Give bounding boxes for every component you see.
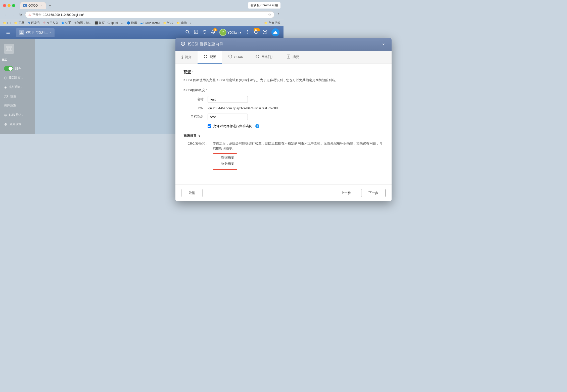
dialog-header: iSCSI 目标创建向导 × — [175, 38, 284, 51]
bookmark-chiphell[interactable]: ⬛ 首页 - Chiphell - ... — [94, 21, 124, 25]
alias-field-row: 目标别名 — [183, 114, 284, 120]
portal-tab-label: 网络门户 — [261, 55, 274, 59]
bookmark-pt[interactable]: 📁 PT — [3, 21, 11, 25]
intro-tab-label: 简介 — [185, 55, 192, 59]
bookmark-more[interactable]: » — [190, 21, 192, 25]
site-icon: 今 — [43, 21, 46, 25]
tab-favicon: Q — [23, 4, 27, 7]
bookmark-shop[interactable]: 📁 购物 — [176, 21, 187, 25]
browser-tab[interactable]: Q QQQQ × — [20, 2, 46, 9]
site-icon: ☁ — [140, 21, 143, 25]
star-icon: ☆ — [268, 13, 271, 17]
advanced-settings-toggle[interactable]: 高级设置 ∨ — [183, 133, 284, 138]
cancel-button[interactable]: 取消 — [181, 189, 203, 196]
wizard-tab-config[interactable]: 配置 — [198, 51, 222, 64]
advanced-settings-label: 高级设置 — [183, 133, 197, 138]
portal-tab-icon — [255, 55, 259, 60]
svg-point-10 — [247, 30, 248, 31]
bookmark-all[interactable]: 📁 所有书签 — [264, 21, 280, 25]
minimize-traffic-light[interactable] — [8, 4, 11, 7]
svg-point-27 — [257, 56, 258, 57]
wizard-tab-chap[interactable]: CHAP — [222, 51, 249, 64]
config-tab-label: 配置 — [210, 55, 216, 59]
cluster-access-info-icon[interactable]: i — [255, 124, 259, 128]
alias-label: 目标别名 — [183, 115, 204, 119]
site-icon: 知 — [62, 21, 64, 25]
url-bar[interactable]: ⚠ 不安全 192.168.200.110:5000/cgi-bin/ ☆ — [25, 11, 274, 18]
bookmark-label: » — [190, 21, 192, 25]
intro-tab-icon: ℹ — [181, 55, 183, 60]
header-digest-label: 标头摘要 — [221, 161, 234, 166]
chap-tab-label: CHAP — [234, 55, 243, 59]
dialog-title: iSCSI 目标创建向导 — [188, 42, 223, 47]
dialog-overlay: iSCSI 目标创建向导 × ℹ 简介 配置 — [0, 33, 284, 196]
name-field-row: 名称 — [183, 96, 284, 103]
bookmark-label: PT — [7, 21, 11, 25]
close-traffic-light[interactable] — [3, 4, 6, 7]
bookmark-toutiao[interactable]: 今 今日头条 — [43, 21, 59, 25]
section-title: 配置： — [183, 70, 284, 75]
traffic-lights — [3, 4, 15, 7]
crc-label: CRC/校验和： — [183, 141, 209, 170]
bookmark-label: 今日头条 — [46, 21, 59, 25]
svg-point-26 — [256, 55, 259, 58]
svg-rect-25 — [206, 57, 207, 58]
folder-icon: 📁 — [3, 21, 7, 25]
cluster-access-checkbox[interactable] — [208, 124, 211, 128]
site-icon: ⬛ — [94, 21, 98, 25]
bookmark-label: 购物 — [181, 21, 187, 25]
browser-chrome: Q QQQQ × + 有新版 Chrome 可用 ← → ↻ ⚠ 不安全 192… — [0, 0, 284, 26]
wizard-tabs: ℹ 简介 配置 — [175, 51, 284, 64]
wizard-tab-summary[interactable]: 摘要 — [280, 51, 284, 64]
data-digest-label: 数据摘要 — [221, 155, 234, 160]
dialog-footer: 取消 上一步 下一步 — [175, 184, 284, 196]
form-section-title: iSCSI目标概况： — [183, 88, 284, 92]
bookmark-cloudinstall[interactable]: ☁ Cloud Install — [140, 21, 160, 25]
alias-input[interactable] — [208, 114, 248, 120]
wizard-tab-portal[interactable]: 网络门户 — [249, 51, 280, 64]
chrome-update-notice[interactable]: 有新版 Chrome 可用 — [248, 2, 280, 9]
iqn-value: iqn.2004-04.com.qnap:tvs-h674:iscsi.test… — [208, 106, 278, 110]
more-button[interactable]: ⋮ — [276, 12, 280, 17]
crc-content: 传输之后，系统会对数据进行检查，以防止数据在不稳定的网络环境中受损。应首先启用标… — [213, 141, 284, 170]
new-tab-button[interactable]: + — [47, 3, 53, 9]
dialog-body: 配置： iSCSI 目标使用其完整 iSCSI 限定域名(IQN)来标识。为了更… — [175, 64, 284, 184]
name-label: 名称 — [183, 97, 204, 102]
bookmarks-bar: 📁 PT 📁 工具 百 百家号 今 今日头条 知 知乎 - 有问题，就... ⬛… — [0, 20, 284, 26]
chap-tab-icon — [228, 55, 232, 60]
data-digest-row: 数据摘要 — [216, 155, 234, 160]
folder-icon: 📁 — [264, 21, 268, 25]
notification-badge: 5 — [213, 28, 217, 31]
maximize-traffic-light[interactable] — [12, 4, 15, 7]
advanced-content: CRC/校验和： 传输之后，系统会对数据进行检查，以防止数据在不稳定的网络环境中… — [183, 141, 284, 170]
svg-rect-23 — [206, 55, 207, 56]
bookmark-translate[interactable]: 🔵 翻译 — [127, 21, 137, 25]
name-input[interactable] — [208, 96, 248, 103]
tab-close-btn[interactable]: × — [39, 4, 43, 7]
config-tab-icon — [204, 55, 208, 60]
bookmark-label: Cloud Install — [144, 21, 160, 25]
bookmark-tools[interactable]: 📁 工具 — [14, 21, 24, 25]
cluster-access-label: 允许对此目标进行集群访问 — [213, 124, 252, 128]
url-text: 192.168.200.110:5000/cgi-bin/ — [43, 13, 84, 17]
back-button[interactable]: ← — [3, 12, 9, 18]
bookmark-label: 翻译 — [131, 21, 137, 25]
bookmark-label: 所有书签 — [268, 21, 280, 25]
svg-point-11 — [247, 32, 248, 32]
iqn-field-row: IQN iqn.2004-04.com.qnap:tvs-h674:iscsi.… — [183, 106, 284, 110]
svg-rect-22 — [204, 55, 205, 56]
site-icon: 百 — [27, 21, 30, 25]
wizard-tab-intro[interactable]: ℹ 简介 — [175, 51, 198, 64]
iqn-label: IQN — [183, 106, 204, 110]
header-digest-checkbox[interactable] — [216, 162, 219, 165]
tab-label: QQQQ — [28, 4, 38, 7]
folder-icon: 📁 — [14, 21, 18, 25]
site-icon: 🔵 — [127, 21, 130, 25]
bookmark-forum[interactable]: 📁 论坛 — [163, 21, 173, 25]
bookmark-baijiahao[interactable]: 百 百家号 — [27, 21, 40, 25]
data-digest-checkbox[interactable] — [216, 156, 219, 159]
forward-button[interactable]: → — [11, 12, 16, 18]
dialog-title-icon — [180, 41, 185, 47]
bookmark-zhihu[interactable]: 知 知乎 - 有问题，就... — [62, 21, 91, 25]
refresh-button[interactable]: ↻ — [18, 12, 23, 18]
